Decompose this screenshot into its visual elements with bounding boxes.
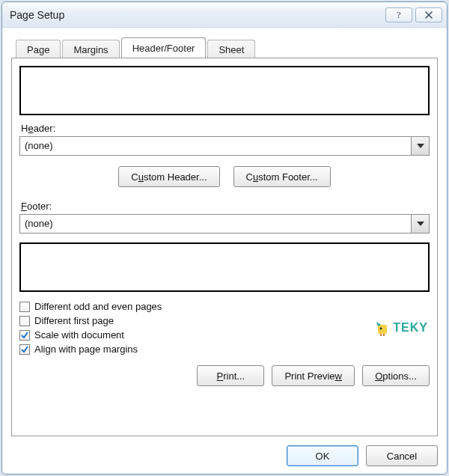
check-label: Scale with document — [34, 329, 124, 341]
header-label: Header: — [21, 123, 430, 134]
titlebar[interactable]: Page Setup ? — [2, 2, 447, 28]
custom-header-button[interactable]: Custom Header... — [118, 166, 219, 187]
svg-point-2 — [380, 328, 382, 330]
footer-combo-button[interactable] — [411, 215, 429, 233]
options-button[interactable]: Options... — [362, 365, 430, 386]
cancel-button[interactable]: Cancel — [366, 445, 438, 466]
tab-margins[interactable]: Margins — [62, 40, 119, 58]
tab-strip: Page Margins Header/Footer Sheet — [11, 37, 438, 58]
ok-button[interactable]: OK — [287, 445, 358, 466]
svg-rect-1 — [378, 325, 387, 334]
panel-action-row: Print... Print Preview Options... — [19, 365, 430, 386]
svg-rect-4 — [383, 334, 385, 336]
tab-sheet[interactable]: Sheet — [207, 40, 255, 58]
check-scale-with-document[interactable]: Scale with document — [19, 329, 430, 341]
header-combo-value: (none) — [20, 137, 411, 155]
print-button[interactable]: Print... — [197, 365, 264, 386]
header-footer-panel: Header: (none) Custom Header... Custom F… — [11, 58, 438, 436]
checkbox[interactable] — [19, 302, 30, 312]
check-label: Different first page — [34, 315, 114, 326]
help-icon: ? — [394, 10, 403, 20]
checkbox[interactable] — [19, 344, 30, 355]
footer-combo-value: (none) — [20, 215, 411, 233]
svg-rect-3 — [380, 334, 382, 336]
check-label: Align with page margins — [34, 344, 138, 355]
footer-preview — [19, 242, 430, 292]
chevron-down-icon — [417, 222, 424, 226]
chevron-down-icon — [417, 144, 424, 148]
options-checks: Different odd and even pages Different f… — [19, 298, 430, 358]
page-setup-dialog: Page Setup ? Page Margins Header/Footer … — [1, 1, 448, 475]
logo-text: TEKY — [393, 321, 428, 335]
help-button[interactable]: ? — [385, 7, 412, 22]
bird-icon — [373, 319, 391, 337]
close-button[interactable] — [415, 7, 442, 22]
close-icon — [424, 10, 433, 19]
watermark-logo: TEKY — [373, 319, 428, 337]
header-combo[interactable]: (none) — [19, 136, 430, 156]
custom-buttons-row: Custom Header... Custom Footer... — [19, 166, 430, 187]
window-title: Page Setup — [10, 9, 382, 21]
dialog-button-row: OK Cancel — [11, 436, 438, 466]
header-combo-button[interactable] — [411, 137, 429, 155]
svg-text:?: ? — [397, 10, 401, 20]
header-preview — [19, 66, 430, 115]
check-label: Different odd and even pages — [34, 301, 162, 312]
checkbox[interactable] — [19, 330, 30, 341]
footer-label: Footer: — [21, 201, 430, 212]
checkbox[interactable] — [19, 316, 30, 326]
check-different-odd-even[interactable]: Different odd and even pages — [19, 301, 430, 312]
footer-combo[interactable]: (none) — [19, 214, 430, 234]
check-align-with-page-margins[interactable]: Align with page margins — [19, 344, 430, 355]
print-preview-button[interactable]: Print Preview — [272, 365, 355, 386]
check-different-first-page[interactable]: Different first page — [19, 315, 430, 326]
tab-header-footer[interactable]: Header/Footer — [121, 37, 207, 58]
tab-page[interactable]: Page — [16, 40, 61, 58]
custom-footer-button[interactable]: Custom Footer... — [233, 166, 331, 187]
dialog-client: Page Margins Header/Footer Sheet Header:… — [2, 28, 447, 474]
